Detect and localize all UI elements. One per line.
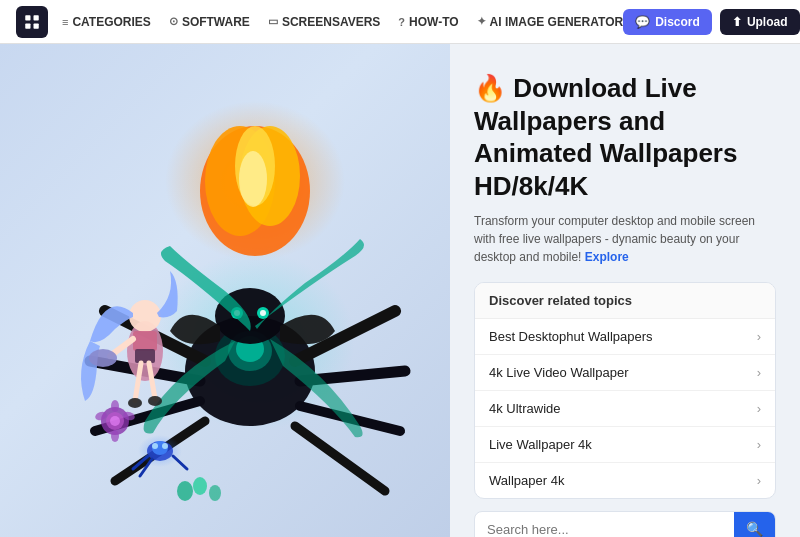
svg-point-52	[111, 430, 119, 442]
screensavers-label: SCREENSAVERS	[282, 15, 380, 29]
search-icon: 🔍	[746, 521, 763, 537]
chevron-icon-1: ›	[757, 329, 761, 344]
svg-rect-3	[34, 23, 39, 28]
related-item-1-label: Best Desktophut Wallpapers	[489, 329, 653, 344]
fire-emoji: 🔥	[474, 73, 506, 103]
related-item-1[interactable]: Best Desktophut Wallpapers ›	[475, 319, 775, 355]
related-item-2-label: 4k Live Video Wallpaper	[489, 365, 628, 380]
nav-screensavers[interactable]: ▭ SCREENSAVERS	[268, 15, 380, 29]
related-topics-box: Discover related topics Best Desktophut …	[474, 282, 776, 499]
navbar: ≡ CATEGORIES ⊙ SOFTWARE ▭ SCREENSAVERS ?…	[0, 0, 800, 44]
software-label: SOFTWARE	[182, 15, 250, 29]
hero-subtitle: Transform your computer desktop and mobi…	[474, 212, 764, 266]
svg-line-22	[295, 426, 385, 491]
svg-point-32	[89, 349, 117, 367]
hero-title: 🔥 Download Live Wallpapers and Animated …	[474, 72, 776, 202]
svg-rect-2	[25, 23, 30, 28]
software-icon: ⊙	[169, 15, 178, 28]
site-logo[interactable]	[16, 6, 48, 38]
discord-icon: 💬	[635, 15, 650, 29]
logo-icon	[23, 13, 41, 31]
chevron-icon-5: ›	[757, 473, 761, 488]
related-item-3[interactable]: 4k Ultrawide ›	[475, 391, 775, 427]
right-panel: 🔥 Download Live Wallpapers and Animated …	[450, 44, 800, 537]
nav-software[interactable]: ⊙ SOFTWARE	[169, 15, 250, 29]
svg-point-37	[148, 396, 162, 406]
nav-ai-image[interactable]: ✦ AI IMAGE GENERATOR	[477, 15, 624, 29]
chevron-icon-3: ›	[757, 401, 761, 416]
svg-point-27	[260, 310, 266, 316]
nav-items: ≡ CATEGORIES ⊙ SOFTWARE ▭ SCREENSAVERS ?…	[62, 15, 623, 29]
svg-point-53	[177, 481, 193, 501]
screensavers-icon: ▭	[268, 15, 278, 28]
upload-button[interactable]: ⬆ Upload	[720, 9, 800, 35]
svg-point-42	[162, 443, 168, 449]
svg-rect-30	[133, 331, 157, 351]
related-item-4[interactable]: Live Wallpaper 4k ›	[475, 427, 775, 463]
ai-image-label: AI IMAGE GENERATOR	[490, 15, 624, 29]
related-item-5-label: Wallpaper 4k	[489, 473, 564, 488]
nav-howto[interactable]: ? HOW-TO	[398, 15, 458, 29]
hero-image-panel	[0, 44, 450, 537]
chevron-icon-2: ›	[757, 365, 761, 380]
nav-actions: 💬 Discord ⬆ Upload	[623, 9, 799, 35]
discord-button[interactable]: 💬 Discord	[623, 9, 712, 35]
related-item-3-label: 4k Ultrawide	[489, 401, 561, 416]
related-item-2[interactable]: 4k Live Video Wallpaper ›	[475, 355, 775, 391]
svg-rect-33	[135, 349, 155, 363]
related-item-4-label: Live Wallpaper 4k	[489, 437, 592, 452]
svg-point-36	[128, 398, 142, 408]
related-topics-header: Discover related topics	[475, 283, 775, 319]
howto-label: HOW-TO	[409, 15, 459, 29]
categories-icon: ≡	[62, 16, 68, 28]
discord-label: Discord	[655, 15, 700, 29]
svg-point-48	[110, 416, 120, 426]
hero-image	[0, 44, 450, 537]
svg-point-55	[209, 485, 221, 501]
howto-icon: ?	[398, 16, 405, 28]
search-bar: 🔍	[474, 511, 776, 537]
svg-point-41	[152, 443, 158, 449]
svg-rect-1	[34, 15, 39, 20]
search-input[interactable]	[475, 513, 734, 538]
main-content: 🔥 Download Live Wallpapers and Animated …	[0, 44, 800, 537]
explore-link[interactable]: Explore	[585, 250, 629, 264]
nav-categories[interactable]: ≡ CATEGORIES	[62, 15, 151, 29]
svg-rect-0	[25, 15, 30, 20]
search-button[interactable]: 🔍	[734, 512, 775, 537]
svg-point-29	[129, 300, 161, 332]
ai-icon: ✦	[477, 15, 486, 28]
hero-title-text: Download Live Wallpapers and Animated Wa…	[474, 73, 737, 201]
svg-point-51	[111, 400, 119, 412]
hero-illustration	[15, 61, 435, 521]
svg-point-9	[239, 151, 267, 207]
upload-icon: ⬆	[732, 15, 742, 29]
categories-label: CATEGORIES	[72, 15, 150, 29]
related-item-5[interactable]: Wallpaper 4k ›	[475, 463, 775, 498]
chevron-icon-4: ›	[757, 437, 761, 452]
upload-label: Upload	[747, 15, 788, 29]
svg-point-54	[193, 477, 207, 495]
